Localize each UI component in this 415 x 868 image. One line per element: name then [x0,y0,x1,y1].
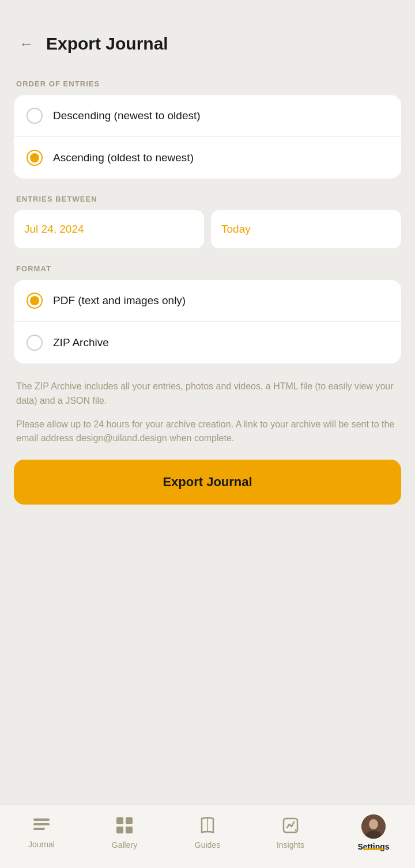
format-section-label: FORMAT [16,264,401,273]
svg-point-9 [295,829,297,831]
format-zip-radio[interactable] [27,335,43,351]
back-button[interactable]: ← [14,31,39,56]
export-journal-button[interactable]: Export Journal [14,460,401,505]
format-card: PDF (text and images only) ZIP Archive [14,280,401,363]
nav-guides[interactable]: Guides [179,816,236,850]
format-zip-label: ZIP Archive [53,336,109,349]
end-date-button[interactable]: Today [211,210,401,248]
svg-rect-6 [126,827,133,833]
insights-icon [281,816,300,837]
order-card: Descending (newest to oldest) Ascending … [14,95,401,179]
nav-gallery[interactable]: Gallery [96,816,153,850]
zip-info-text: The ZIP Archive includes all your entrie… [14,380,401,408]
order-descending-radio[interactable] [27,108,43,124]
back-arrow-icon: ← [19,36,34,51]
settings-active-indicator [363,848,384,850]
settings-avatar [361,814,386,839]
order-ascending-option[interactable]: Ascending (oldest to newest) [14,137,401,179]
svg-rect-0 [33,818,50,821]
svg-rect-5 [116,827,123,833]
header: ← Export Journal [0,0,415,68]
order-section-label: ORDER OF ENTRIES [16,79,401,88]
nav-insights[interactable]: Insights [262,816,319,850]
entries-section-label: ENTRIES BETWEEN [16,195,401,203]
svg-rect-2 [33,828,45,830]
bottom-nav: Journal Gallery Guides [0,805,415,868]
time-info-text: Please allow up to 24 hours for your arc… [14,418,401,446]
gallery-nav-label: Gallery [112,840,137,850]
guides-nav-label: Guides [195,840,220,850]
nav-settings[interactable]: Settings [345,814,402,851]
svg-rect-4 [126,817,133,824]
format-pdf-label: PDF (text and images only) [53,294,186,307]
order-ascending-label: Ascending (oldest to newest) [53,151,194,164]
format-pdf-radio[interactable] [27,293,43,309]
page-title: Export Journal [46,34,168,54]
journal-icon [32,816,51,836]
journal-nav-label: Journal [28,840,55,849]
gallery-icon [115,816,134,837]
date-range-row: Jul 24, 2024 Today [14,210,401,248]
svg-rect-1 [33,823,50,825]
insights-nav-label: Insights [277,840,304,850]
start-date-button[interactable]: Jul 24, 2024 [14,210,204,248]
format-zip-option[interactable]: ZIP Archive [14,321,401,363]
format-pdf-option[interactable]: PDF (text and images only) [14,280,401,321]
svg-rect-3 [116,817,123,824]
order-ascending-radio[interactable] [27,150,43,166]
order-descending-option[interactable]: Descending (newest to oldest) [14,95,401,137]
order-descending-label: Descending (newest to oldest) [53,109,201,122]
main-content: ORDER OF ENTRIES Descending (newest to o… [0,68,415,805]
svg-point-11 [369,819,378,829]
nav-journal[interactable]: Journal [13,816,70,849]
guides-icon [198,816,217,837]
